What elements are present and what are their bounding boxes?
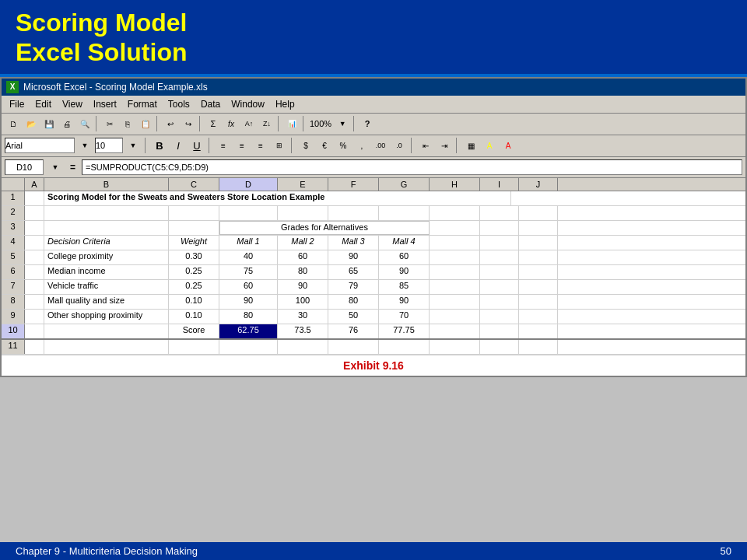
cell-7b[interactable]: Vehicle traffic [44, 280, 169, 294]
cell-1a[interactable] [25, 191, 44, 205]
font-color-button[interactable]: A [500, 137, 517, 154]
cell-2a[interactable] [25, 206, 44, 220]
cell-5b[interactable]: College proximity [44, 250, 169, 264]
fx-button[interactable]: fx [223, 115, 240, 132]
cell-10d[interactable]: 62.75 [219, 324, 278, 338]
cell-8e[interactable]: 100 [278, 295, 328, 309]
cell-10b[interactable] [44, 324, 169, 338]
cell-11g[interactable] [379, 340, 430, 354]
cell-7h[interactable] [430, 280, 480, 294]
cell-9i[interactable] [480, 310, 519, 324]
indent-right-button[interactable]: ⇥ [436, 137, 453, 154]
cell-3b[interactable] [44, 221, 169, 235]
col-header-d[interactable]: D [219, 178, 278, 191]
col-header-h[interactable]: H [430, 178, 480, 191]
cell-2g[interactable] [379, 206, 430, 220]
col-header-g[interactable]: G [379, 178, 430, 191]
cell-10e[interactable]: 73.5 [278, 324, 328, 338]
increase-decimal-button[interactable]: .00 [372, 137, 389, 154]
cell-4c[interactable]: Weight [169, 236, 219, 250]
cell-4e[interactable]: Mall 2 [278, 236, 328, 250]
menu-window[interactable]: Window [226, 97, 269, 111]
cell-7d[interactable]: 60 [219, 280, 278, 294]
cell-5j[interactable] [519, 250, 558, 264]
cell-9h[interactable] [430, 310, 480, 324]
cell-4b[interactable]: Decision Criteria [44, 236, 169, 250]
menu-file[interactable]: File [5, 97, 29, 111]
zoom-dropdown[interactable]: ▼ [334, 115, 351, 132]
cell-7g[interactable]: 85 [379, 280, 430, 294]
cell-11h[interactable] [430, 340, 480, 354]
font-name-dropdown[interactable]: ▼ [76, 137, 93, 154]
formula-input[interactable] [82, 159, 742, 175]
cell-9e[interactable]: 30 [278, 310, 328, 324]
cell-3i[interactable] [480, 221, 519, 235]
cell-8g[interactable]: 90 [379, 295, 430, 309]
cell-6f[interactable]: 65 [328, 265, 379, 279]
undo-button[interactable]: ↩ [162, 115, 179, 132]
cell-1b-span[interactable]: Scoring Model for the Sweats and Sweater… [44, 191, 511, 205]
cell-8b[interactable]: Mall quality and size [44, 295, 169, 309]
print-button[interactable]: 🖨 [58, 115, 75, 132]
save-button[interactable]: 💾 [40, 115, 58, 132]
cell-3a[interactable] [25, 221, 44, 235]
bold-button[interactable]: B [151, 137, 168, 154]
cell-8h[interactable] [430, 295, 480, 309]
font-name-input[interactable] [5, 138, 75, 153]
cell-9f[interactable]: 50 [328, 310, 379, 324]
border-button[interactable]: ▦ [462, 137, 479, 154]
font-size-input[interactable] [95, 138, 123, 153]
cell-8j[interactable] [519, 295, 558, 309]
cell-6c[interactable]: 0.25 [169, 265, 219, 279]
align-right-button[interactable]: ≡ [252, 137, 269, 154]
preview-button[interactable]: 🔍 [76, 115, 93, 132]
menu-edit[interactable]: Edit [30, 97, 56, 111]
cell-11i[interactable] [480, 340, 519, 354]
align-center-button[interactable]: ≡ [233, 137, 251, 154]
cell-7c[interactable]: 0.25 [169, 280, 219, 294]
col-header-a[interactable]: A [25, 178, 44, 191]
cell-3h[interactable] [430, 221, 480, 235]
paste-button[interactable]: 📋 [137, 115, 154, 132]
align-left-button[interactable]: ≡ [215, 137, 232, 154]
cell-2e[interactable] [278, 206, 328, 220]
cell-6a[interactable] [25, 265, 44, 279]
redo-button[interactable]: ↪ [180, 115, 197, 132]
col-header-f[interactable]: F [328, 178, 379, 191]
euro-button[interactable]: € [316, 137, 333, 154]
underline-button[interactable]: U [188, 137, 205, 154]
menu-data[interactable]: Data [196, 97, 225, 111]
cell-4j[interactable] [519, 236, 558, 250]
cell-5i[interactable] [480, 250, 519, 264]
cell-8f[interactable]: 80 [328, 295, 379, 309]
col-header-e[interactable]: E [278, 178, 328, 191]
cell-6i[interactable] [480, 265, 519, 279]
cell-10j[interactable] [519, 324, 558, 338]
cell-9a[interactable] [25, 310, 44, 324]
copy-button[interactable]: ⎘ [119, 115, 136, 132]
cell-2j[interactable] [519, 206, 558, 220]
help-button[interactable]: ? [359, 115, 376, 132]
cell-9d[interactable]: 80 [219, 310, 278, 324]
cell-7e[interactable]: 90 [278, 280, 328, 294]
col-header-i[interactable]: I [480, 178, 519, 191]
cell-8i[interactable] [480, 295, 519, 309]
cell-11b[interactable] [44, 340, 169, 354]
comma-button[interactable]: , [353, 137, 370, 154]
cell-10i[interactable] [480, 324, 519, 338]
menu-format[interactable]: Format [123, 97, 162, 111]
cell-3d-merge[interactable]: Grades for Alternatives [219, 221, 430, 235]
open-button[interactable]: 📂 [23, 115, 40, 132]
cell-5g[interactable]: 60 [379, 250, 430, 264]
cell-4a[interactable] [25, 236, 44, 250]
cell-8d[interactable]: 90 [219, 295, 278, 309]
cell-5a[interactable] [25, 250, 44, 264]
col-header-c[interactable]: C [169, 178, 219, 191]
sum-button[interactable]: Σ [205, 115, 222, 132]
cell-5c[interactable]: 0.30 [169, 250, 219, 264]
sort-desc-button[interactable]: Z↓ [258, 115, 275, 132]
decrease-decimal-button[interactable]: .0 [391, 137, 408, 154]
cell-6b[interactable]: Median income [44, 265, 169, 279]
cell-5d[interactable]: 40 [219, 250, 278, 264]
menu-help[interactable]: Help [271, 97, 300, 111]
